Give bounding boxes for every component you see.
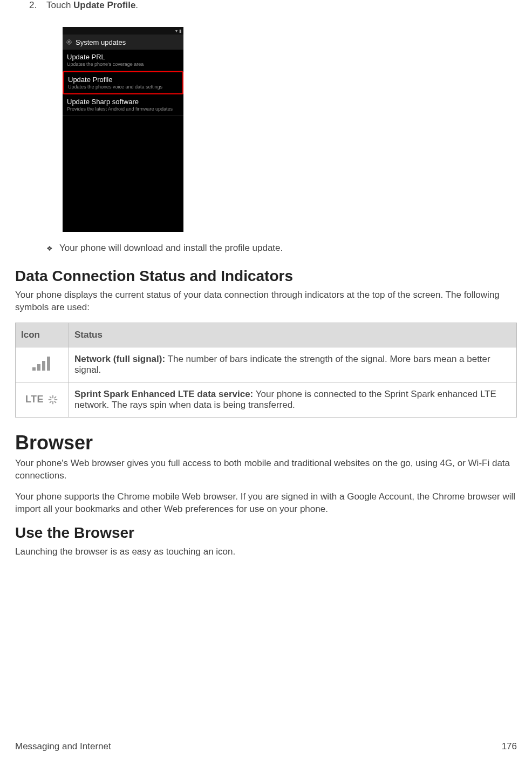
phone-item-sub: Updates the phones voice and data settin… [68, 84, 178, 90]
th-icon: Icon [16, 323, 69, 347]
paragraph-data-connection: Your phone displays the current status o… [15, 289, 517, 314]
status-icons-table: Icon Status Network (full signal): The n… [15, 323, 517, 418]
phone-item-profile: Update Profile Updates the phones voice … [63, 71, 183, 94]
phone-status-bar: ▾ ▮ [63, 27, 183, 35]
wifi-icon: ▾ [175, 29, 178, 33]
table-row: Network (full signal): The number of bar… [16, 347, 517, 382]
phone-item-title: Update Profile [68, 76, 178, 84]
svg-rect-2 [37, 364, 40, 371]
lte-spark-icon: LTE [16, 382, 69, 417]
bullet-text: Your phone will download and install the… [59, 243, 283, 254]
svg-rect-1 [32, 367, 36, 371]
heading-use-browser: Use the Browser [15, 524, 517, 542]
th-status: Status [69, 323, 517, 347]
phone-item-title: Update Sharp software [67, 98, 179, 106]
phone-header-title: System updates [76, 38, 126, 46]
diamond-bullet-icon: ❖ [46, 243, 53, 255]
phone-item-sub: Provides the latest Android and firmware… [67, 106, 179, 112]
svg-point-0 [68, 41, 70, 43]
phone-item-prl: Update PRL Updates the phone's coverage … [63, 50, 183, 71]
paragraph-browser-1: Your phone's Web browser gives you full … [15, 457, 517, 482]
table-row: LTE [16, 382, 517, 417]
svg-line-12 [50, 401, 51, 403]
svg-line-11 [54, 396, 56, 398]
footer-section: Messaging and Internet [15, 741, 111, 752]
heading-data-connection: Data Connection Status and Indicators [15, 268, 517, 285]
page-footer: Messaging and Internet 176 [15, 741, 517, 752]
phone-item-software: Update Sharp software Provides the lates… [63, 94, 183, 116]
svg-line-9 [50, 396, 51, 398]
step-text: Touch Update Profile. [46, 0, 138, 11]
battery-icon: ▮ [179, 29, 181, 33]
table-header-row: Icon Status [16, 323, 517, 347]
step-number: 2. [29, 0, 46, 11]
status-text: Sprint Spark Enhanced LTE data service: … [69, 382, 517, 417]
phone-frame: ▾ ▮ System updates Update PRL Updates th… [63, 27, 183, 232]
heading-browser: Browser [15, 432, 517, 454]
phone-item-title: Update PRL [67, 53, 179, 61]
status-text: Network (full signal): The number of bar… [69, 347, 517, 382]
step-2: 2. Touch Update Profile. [29, 0, 517, 11]
paragraph-use-browser: Launching the browser is as easy as touc… [15, 546, 517, 558]
svg-rect-3 [42, 361, 45, 371]
svg-rect-4 [47, 357, 50, 371]
paragraph-browser-2: Your phone supports the Chrome mobile We… [15, 491, 517, 516]
phone-header: System updates [63, 35, 183, 50]
footer-page-number: 176 [502, 741, 517, 752]
gear-icon [66, 39, 72, 45]
svg-line-10 [54, 401, 56, 403]
phone-item-sub: Updates the phone's coverage area [67, 61, 179, 67]
result-bullet: ❖ Your phone will download and install t… [46, 243, 517, 255]
phone-screenshot: ▾ ▮ System updates Update PRL Updates th… [63, 27, 517, 232]
signal-bars-icon [16, 347, 69, 382]
